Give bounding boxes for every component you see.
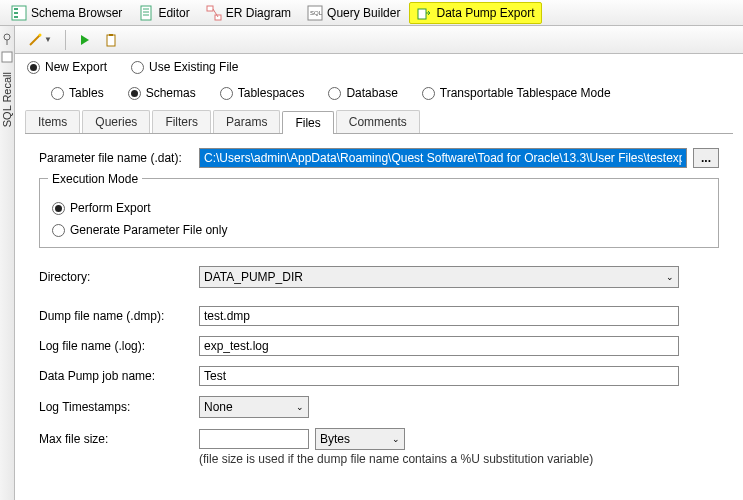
radio-label: Schemas <box>146 86 196 100</box>
select-value: DATA_PUMP_DIR <box>204 270 303 284</box>
max-size-helper: (file size is used if the dump file name… <box>199 452 719 466</box>
radio-icon <box>220 87 233 100</box>
radio-icon <box>27 61 40 74</box>
size-units-select[interactable]: Bytes ⌄ <box>315 428 405 450</box>
radio-icon <box>128 87 141 100</box>
job-name-label: Data Pump job name: <box>39 369 199 383</box>
tab-items[interactable]: Items <box>25 110 80 133</box>
sidebar-label: SQL Recall <box>1 72 13 127</box>
generate-param-radio[interactable]: Generate Parameter File only <box>52 223 706 237</box>
er-diagram-button[interactable]: ER Diagram <box>199 2 298 24</box>
max-size-input[interactable] <box>199 429 309 449</box>
svg-text:SQL: SQL <box>310 10 323 16</box>
diagram-icon <box>206 5 222 21</box>
toolbar-label: ER Diagram <box>226 6 291 20</box>
export-type-row: Tables Schemas Tablespaces Database Tran… <box>15 80 743 106</box>
wand-button[interactable]: ▼ <box>23 29 57 51</box>
editor-button[interactable]: Editor <box>131 2 196 24</box>
new-export-radio[interactable]: New Export <box>27 60 107 74</box>
tab-files[interactable]: Files <box>282 111 333 134</box>
tab-filters[interactable]: Filters <box>152 110 211 133</box>
tree-icon <box>11 5 27 21</box>
fieldset-legend: Execution Mode <box>48 172 142 186</box>
radio-label: Database <box>346 86 397 100</box>
clipboard-icon <box>104 33 118 47</box>
toolbar-label: Editor <box>158 6 189 20</box>
radio-icon <box>422 87 435 100</box>
perform-export-radio[interactable]: Perform Export <box>52 201 706 215</box>
directory-label: Directory: <box>39 270 199 284</box>
radio-icon <box>52 224 65 237</box>
timestamps-select[interactable]: None ⌄ <box>199 396 309 418</box>
radio-label: Tables <box>69 86 104 100</box>
dump-file-input[interactable] <box>199 306 679 326</box>
radio-label: Use Existing File <box>149 60 238 74</box>
toolbar-label: Data Pump Export <box>436 6 534 20</box>
radio-label: Transportable Tablespace Mode <box>440 86 611 100</box>
tab-queries[interactable]: Queries <box>82 110 150 133</box>
execution-mode-fieldset: Execution Mode Perform Export Generate P… <box>39 178 719 248</box>
tab-bar: Items Queries Filters Params Files Comme… <box>25 110 733 134</box>
export-icon <box>416 5 432 21</box>
tablespaces-radio[interactable]: Tablespaces <box>220 86 305 100</box>
radio-icon <box>131 61 144 74</box>
clipboard-button[interactable] <box>100 29 122 51</box>
svg-rect-2 <box>14 12 18 14</box>
tables-radio[interactable]: Tables <box>51 86 104 100</box>
job-name-input[interactable] <box>199 366 679 386</box>
chevron-down-icon: ⌄ <box>666 272 674 282</box>
tab-comments[interactable]: Comments <box>336 110 420 133</box>
database-radio[interactable]: Database <box>328 86 397 100</box>
svg-point-18 <box>39 33 42 36</box>
play-icon <box>79 34 91 46</box>
svg-rect-4 <box>141 6 151 20</box>
radio-label: Generate Parameter File only <box>70 223 227 237</box>
query-builder-button[interactable]: SQL Query Builder <box>300 2 407 24</box>
toolbar-label: Schema Browser <box>31 6 122 20</box>
toolbar-label: Query Builder <box>327 6 400 20</box>
top-toolbar: Schema Browser Editor ER Diagram SQL Que… <box>0 0 743 26</box>
sql-recall-sidebar[interactable]: SQL Recall <box>0 26 15 500</box>
chevron-down-icon: ▼ <box>44 35 52 44</box>
directory-select[interactable]: DATA_PUMP_DIR ⌄ <box>199 266 679 288</box>
select-value: Bytes <box>320 432 350 446</box>
log-file-label: Log file name (.log): <box>39 339 199 353</box>
schema-browser-button[interactable]: Schema Browser <box>4 2 129 24</box>
radio-icon <box>51 87 64 100</box>
timestamps-label: Log Timestamps: <box>39 400 199 414</box>
radio-label: Tablespaces <box>238 86 305 100</box>
svg-rect-16 <box>2 52 12 62</box>
files-panel: Parameter file name (.dat): ... Executio… <box>15 134 743 480</box>
wand-icon <box>28 33 42 47</box>
radio-label: Perform Export <box>70 201 151 215</box>
use-existing-radio[interactable]: Use Existing File <box>131 60 238 74</box>
sql-icon <box>0 50 14 64</box>
action-bar: ▼ <box>15 26 743 54</box>
svg-point-14 <box>4 34 10 40</box>
svg-rect-1 <box>14 8 18 10</box>
svg-rect-13 <box>418 9 426 19</box>
browse-button[interactable]: ... <box>693 148 719 168</box>
document-icon <box>138 5 154 21</box>
radio-icon <box>52 202 65 215</box>
transportable-radio[interactable]: Transportable Tablespace Mode <box>422 86 611 100</box>
svg-rect-9 <box>215 15 221 20</box>
svg-rect-20 <box>109 34 113 36</box>
radio-label: New Export <box>45 60 107 74</box>
data-pump-export-button[interactable]: Data Pump Export <box>409 2 541 24</box>
tab-params[interactable]: Params <box>213 110 280 133</box>
param-file-input[interactable] <box>199 148 687 168</box>
svg-rect-8 <box>207 6 213 11</box>
sql-icon: SQL <box>307 5 323 21</box>
select-value: None <box>204 400 233 414</box>
export-mode-row: New Export Use Existing File <box>15 54 743 80</box>
separator <box>65 30 66 50</box>
schemas-radio[interactable]: Schemas <box>128 86 196 100</box>
max-size-label: Max file size: <box>39 432 199 446</box>
run-button[interactable] <box>74 29 96 51</box>
chevron-down-icon: ⌄ <box>392 434 400 444</box>
dump-file-label: Dump file name (.dmp): <box>39 309 199 323</box>
chevron-down-icon: ⌄ <box>296 402 304 412</box>
log-file-input[interactable] <box>199 336 679 356</box>
param-file-label: Parameter file name (.dat): <box>39 151 199 165</box>
